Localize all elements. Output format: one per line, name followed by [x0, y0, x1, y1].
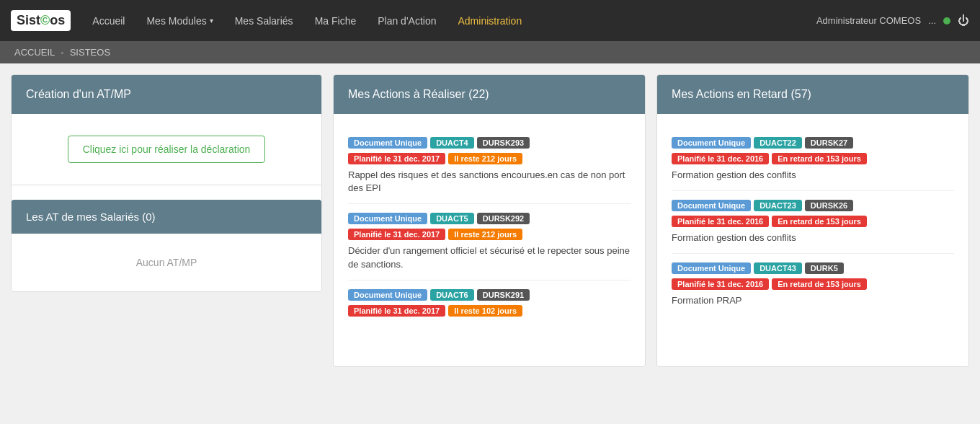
- tag-dark: DURSK292: [477, 213, 530, 224]
- actions-realiser-body: Document UniqueDUACT4DURSK293Planifié le…: [334, 114, 645, 366]
- actions-realiser-header: Mes Actions à Réaliser (22): [334, 75, 645, 114]
- date-tag: Planifié le 31 dec. 2017: [348, 305, 445, 317]
- date-tag: En retard de 153 jours: [772, 153, 867, 164]
- action-text: Formation PRAP: [672, 294, 954, 307]
- actions-retard-header: Mes Actions en Retard (57): [657, 75, 968, 114]
- at-salaries-body: Aucun AT/MP: [12, 234, 321, 291]
- action-text: Rappel des risques et des sanctions enco…: [348, 169, 631, 195]
- action-item[interactable]: Document UniqueDUACT23DURSK26Planifié le…: [672, 191, 954, 254]
- tag-blue: Document Unique: [672, 137, 751, 149]
- actions-retard-card: Mes Actions en Retard (57) Document Uniq…: [656, 74, 969, 367]
- tag-teal: DUACT5: [430, 213, 474, 224]
- date-tag: Planifié le 31 dec. 2017: [348, 229, 445, 240]
- breadcrumb-separator: -: [61, 47, 63, 58]
- nav-modules[interactable]: Mes Modules ▾: [146, 15, 213, 27]
- actions-realiser-card: Mes Actions à Réaliser (22) Document Uni…: [333, 74, 646, 367]
- at-salaries-subcard: Les AT de mes Salariés (0) Aucun AT/MP: [12, 200, 321, 291]
- nav-salaries[interactable]: Mes Salariés: [235, 15, 293, 27]
- tag-blue: Document Unique: [348, 213, 427, 224]
- tag-dark: DURSK27: [805, 137, 853, 149]
- action-item[interactable]: Document UniqueDUACT22DURSK27Planifié le…: [672, 128, 954, 191]
- action-text: Décider d'un rangement officiel et sécur…: [348, 244, 631, 270]
- nav-dots[interactable]: ...: [928, 15, 936, 26]
- date-tag: En retard de 153 jours: [772, 216, 867, 227]
- date-tag: En retard de 153 jours: [772, 278, 867, 290]
- creation-card: Création d'un AT/MP Cliquez ici pour réa…: [11, 74, 322, 292]
- tag-dark: DURSK26: [805, 200, 853, 211]
- nav-plan-action[interactable]: Plan d'Action: [378, 15, 436, 27]
- nav-links: Accueil Mes Modules ▾ Mes Salariés Ma Fi…: [92, 15, 816, 27]
- tag-teal: DUACT43: [754, 262, 802, 274]
- tag-blue: Document Unique: [672, 200, 751, 211]
- declaration-button[interactable]: Cliquez ici pour réaliser la déclaration: [68, 136, 266, 163]
- left-column: Création d'un AT/MP Cliquez ici pour réa…: [11, 74, 322, 292]
- breadcrumb-current: SISTEOS: [70, 47, 110, 58]
- nav-accueil[interactable]: Accueil: [92, 15, 125, 27]
- creation-card-header: Création d'un AT/MP: [12, 75, 321, 114]
- date-tag: Planifié le 31 dec. 2016: [672, 216, 769, 227]
- breadcrumb: ACCUEIL - SISTEOS: [0, 41, 980, 63]
- logo: Sist©os: [11, 10, 71, 31]
- date-tag: Planifié le 31 dec. 2016: [672, 278, 769, 290]
- nav-administration[interactable]: Administration: [458, 15, 522, 27]
- nav-user-area: Administrateur COMEOS ... ⏻: [816, 14, 969, 27]
- date-tag: Planifié le 31 dec. 2016: [672, 153, 769, 164]
- nav-fiche[interactable]: Ma Fiche: [315, 15, 357, 27]
- action-item[interactable]: Document UniqueDUACT6DURSK291Planifié le…: [348, 281, 631, 330]
- at-salaries-header: Les AT de mes Salariés (0): [12, 200, 321, 234]
- action-item[interactable]: Document UniqueDUACT43DURK5Planifié le 3…: [672, 254, 954, 316]
- tag-teal: DUACT22: [754, 137, 802, 149]
- tag-teal: DUACT23: [754, 200, 802, 211]
- tag-teal: DUACT4: [430, 137, 474, 149]
- action-text: Formation gestion des conflits: [672, 231, 954, 244]
- tag-teal: DUACT6: [430, 289, 474, 301]
- main-content: Création d'un AT/MP Cliquez ici pour réa…: [0, 63, 980, 378]
- action-item[interactable]: Document UniqueDUACT5DURSK292Planifié le…: [348, 204, 631, 280]
- date-tag: Planifié le 31 dec. 2017: [348, 153, 445, 164]
- action-text: Formation gestion des conflits: [672, 169, 954, 182]
- user-name: Administrateur COMEOS: [816, 15, 921, 26]
- tag-dark: DURK5: [805, 262, 844, 274]
- status-indicator: [943, 17, 950, 25]
- tag-blue: Document Unique: [672, 262, 751, 274]
- tag-dark: DURSK293: [477, 137, 530, 149]
- date-tag: Il reste 212 jours: [448, 229, 522, 240]
- tag-blue: Document Unique: [348, 289, 427, 301]
- tag-blue: Document Unique: [348, 137, 427, 149]
- navbar: Sist©os Accueil Mes Modules ▾ Mes Salari…: [0, 0, 980, 41]
- power-icon[interactable]: ⏻: [958, 14, 969, 27]
- date-tag: Il reste 212 jours: [448, 153, 522, 164]
- tag-dark: DURSK291: [477, 289, 530, 301]
- date-tag: Il reste 102 jours: [448, 305, 522, 317]
- actions-retard-body: Document UniqueDUACT22DURSK27Planifié le…: [657, 114, 968, 366]
- breadcrumb-home[interactable]: ACCUEIL: [14, 47, 55, 58]
- chevron-down-icon: ▾: [210, 17, 213, 25]
- action-item[interactable]: Document UniqueDUACT4DURSK293Planifié le…: [348, 128, 631, 204]
